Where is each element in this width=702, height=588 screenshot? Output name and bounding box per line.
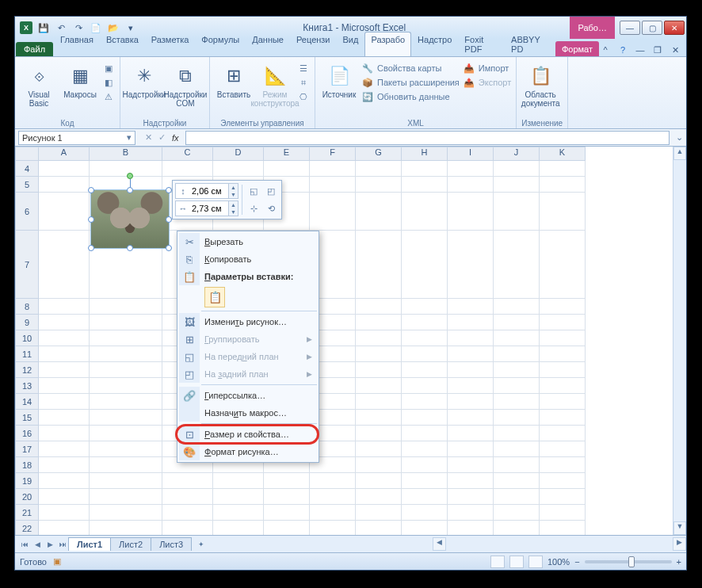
height-up[interactable]: ▲ (228, 184, 238, 191)
cell[interactable] (264, 473, 310, 489)
cell[interactable] (540, 521, 586, 535)
cell[interactable] (90, 161, 162, 177)
row-header[interactable]: 7 (15, 231, 39, 299)
ribbon-tab-4[interactable]: Данные (246, 32, 290, 56)
minimize-button[interactable]: — (620, 21, 640, 35)
row-header[interactable]: 9 (15, 315, 39, 330)
cell[interactable] (39, 426, 90, 441)
macros-button[interactable]: ▦Макросы (61, 62, 99, 101)
fx-icon[interactable]: fx (172, 133, 179, 143)
ribbon-tab-5[interactable]: Рецензи (290, 32, 337, 56)
name-box-dropdown-icon[interactable]: ▾ (127, 132, 132, 143)
sheet-tab[interactable]: Лист2 (110, 537, 151, 551)
tab-nav-first[interactable]: ⏮ (18, 538, 31, 551)
column-header[interactable]: J (494, 147, 540, 161)
cell[interactable] (356, 362, 402, 378)
cell[interactable] (540, 315, 586, 330)
ribbon-tab-7[interactable]: Разрабо (364, 32, 411, 56)
cell[interactable] (39, 473, 90, 489)
cell[interactable] (448, 346, 494, 362)
doc-panel-button[interactable]: 📋Областьдокумента (521, 62, 559, 109)
cell[interactable] (494, 505, 540, 521)
cell[interactable] (39, 193, 90, 231)
scroll-down-icon[interactable]: ▼ (673, 521, 686, 535)
cell[interactable] (494, 315, 540, 330)
ribbon-tab-2[interactable]: Разметка (145, 32, 196, 56)
zoom-thumb[interactable] (628, 556, 635, 567)
cell[interactable] (494, 441, 540, 457)
ribbon-small-item[interactable]: 📥Импорт (463, 62, 511, 74)
cell[interactable] (90, 410, 162, 426)
cell[interactable] (540, 394, 586, 410)
context-menu-item[interactable]: 🔗Гиперссылка… (179, 387, 317, 404)
normal-view-button[interactable] (490, 556, 505, 568)
cell[interactable] (356, 231, 402, 299)
cell[interactable] (39, 457, 90, 473)
column-header[interactable]: B (90, 147, 162, 161)
row-header[interactable]: 13 (15, 378, 39, 394)
height-input[interactable] (190, 186, 228, 196)
ribbon-small-item[interactable]: ⌗ (297, 76, 310, 89)
ribbon-small-item[interactable]: ⎔ (297, 90, 310, 103)
column-header[interactable]: I (448, 147, 494, 161)
resize-handle-nw[interactable] (88, 187, 94, 193)
cell[interactable] (356, 457, 402, 473)
cancel-formula-icon[interactable]: ✕ (145, 132, 152, 143)
cell[interactable] (402, 521, 448, 535)
row-header[interactable]: 11 (15, 346, 39, 362)
ribbon-tab-10[interactable]: ABBYY PD (505, 32, 555, 56)
cell[interactable] (448, 457, 494, 473)
cell[interactable] (264, 521, 310, 535)
cell[interactable] (540, 362, 586, 378)
cell[interactable] (39, 394, 90, 410)
cell[interactable] (90, 362, 162, 378)
resize-handle-sw[interactable] (88, 245, 94, 251)
cell[interactable] (39, 330, 90, 346)
cell[interactable] (540, 410, 586, 426)
context-menu-item[interactable]: Назначить макрос… (179, 404, 317, 422)
cell[interactable] (402, 161, 448, 177)
cell[interactable] (448, 299, 494, 315)
height-down[interactable]: ▼ (228, 191, 238, 198)
cell[interactable] (402, 378, 448, 394)
row-header[interactable]: 14 (15, 394, 39, 410)
resize-handle-s[interactable] (127, 245, 133, 251)
height-spinner[interactable]: ↕ ▲▼ (175, 183, 238, 199)
cell[interactable] (494, 193, 540, 231)
row-header[interactable]: 4 (15, 161, 39, 177)
cell[interactable] (310, 489, 356, 505)
width-down[interactable]: ▼ (228, 208, 238, 216)
tab-nav-last[interactable]: ⏭ (56, 538, 69, 551)
cell[interactable] (494, 161, 540, 177)
cell[interactable] (213, 473, 264, 489)
cell[interactable] (39, 346, 90, 362)
context-menu-item[interactable]: 🖼Изменить рисунок… (179, 313, 317, 330)
cell[interactable] (494, 410, 540, 426)
row-header[interactable]: 22 (15, 521, 39, 535)
cell[interactable] (213, 521, 264, 535)
cell[interactable] (356, 177, 402, 193)
cell[interactable] (402, 346, 448, 362)
cell[interactable] (264, 505, 310, 521)
cell[interactable] (356, 505, 402, 521)
cell[interactable] (90, 457, 162, 473)
cell[interactable] (90, 394, 162, 410)
ribbon-small-item[interactable]: ◧ (102, 76, 115, 89)
cell[interactable] (356, 410, 402, 426)
rotate-handle[interactable] (127, 173, 133, 179)
cell[interactable] (448, 193, 494, 231)
cell[interactable] (494, 231, 540, 299)
page-break-view-button[interactable] (528, 556, 543, 568)
cell[interactable] (39, 231, 90, 299)
cell[interactable] (448, 473, 494, 489)
cell[interactable] (448, 315, 494, 330)
cell[interactable] (494, 177, 540, 193)
cell[interactable] (402, 489, 448, 505)
cell[interactable] (540, 378, 586, 394)
column-header[interactable]: G (356, 147, 402, 161)
column-header[interactable]: E (264, 147, 310, 161)
cell[interactable] (356, 378, 402, 394)
cell[interactable] (540, 441, 586, 457)
cell[interactable] (264, 161, 310, 177)
cell[interactable] (310, 161, 356, 177)
